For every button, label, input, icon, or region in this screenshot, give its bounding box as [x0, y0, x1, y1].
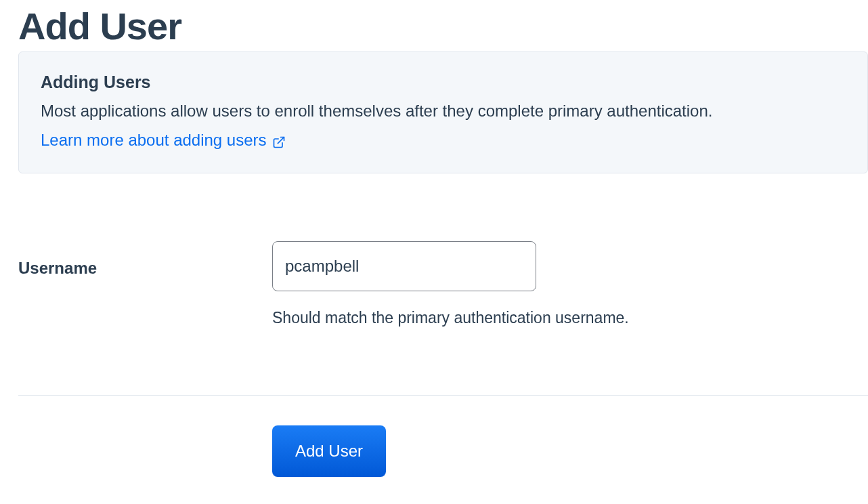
learn-more-link-label: Learn more about adding users: [41, 131, 267, 150]
info-panel: Adding Users Most applications allow use…: [18, 51, 868, 173]
learn-more-link[interactable]: Learn more about adding users: [41, 131, 286, 150]
info-panel-text: Most applications allow users to enroll …: [41, 100, 846, 121]
form-divider: [18, 395, 868, 396]
page-title: Add User: [18, 5, 868, 47]
add-user-button[interactable]: Add User: [272, 425, 386, 477]
username-help-text: Should match the primary authentication …: [272, 309, 868, 327]
username-input[interactable]: [272, 241, 536, 291]
username-row: Username Should match the primary authen…: [18, 241, 868, 327]
external-link-icon: [272, 134, 286, 148]
username-label: Username: [18, 241, 272, 278]
info-panel-title: Adding Users: [41, 72, 846, 92]
svg-line-0: [278, 137, 284, 143]
